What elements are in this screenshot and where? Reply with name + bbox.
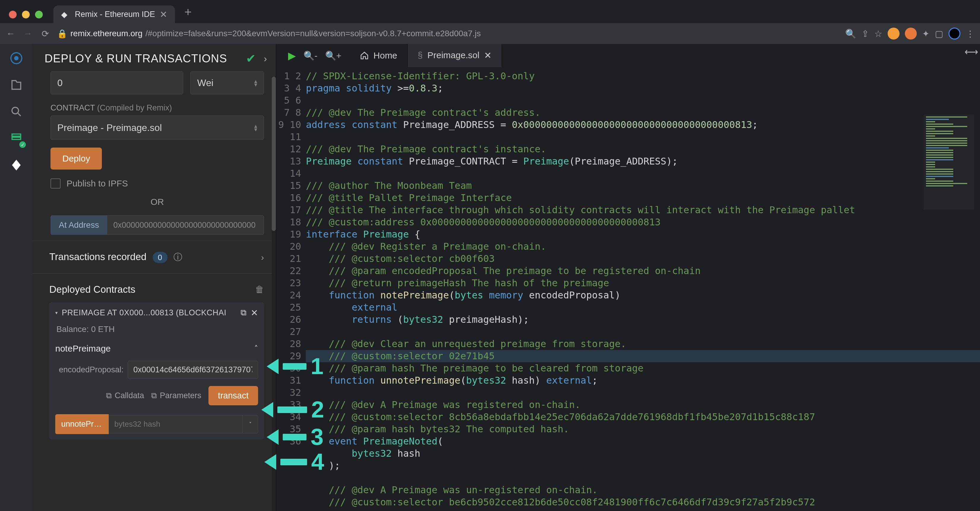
browser-tab[interactable]: ◆ Remix - Ethereum IDE ✕ [54, 5, 175, 23]
annotation-3: 3 [267, 423, 323, 451]
close-tab-icon[interactable]: ✕ [160, 9, 167, 20]
editor-pane: ▶ 🔍- 🔍+ Home § Preimage.sol ✕ 1 2 3 4 5 … [276, 44, 980, 511]
param-label: encodedProposal: [55, 365, 124, 374]
contract-name: PREIMAGE AT 0X000...00813 (BLOCKCHAI [62, 308, 236, 317]
caret-icon: ▴▾ [254, 79, 257, 86]
annotation-2: 2 [261, 396, 324, 423]
unnote-button[interactable]: unnotePrei... [55, 414, 109, 434]
unit-select[interactable]: Wei ▴▾ [190, 71, 264, 94]
tab-favicon-icon: ◆ [61, 10, 70, 19]
tab-home-label: Home [374, 51, 397, 60]
back-button[interactable]: ← [5, 29, 16, 38]
deployed-label: Deployed Contracts [49, 284, 135, 295]
chevron-up-icon[interactable]: ˄ [254, 344, 258, 353]
copy-icon[interactable]: ⧉ [240, 308, 247, 318]
unnote-input[interactable] [109, 415, 243, 433]
trash-icon[interactable]: 🗑 [255, 285, 264, 295]
minimize-window-icon[interactable] [22, 11, 30, 18]
annotation-4: 4 [264, 448, 324, 475]
zoom-in-icon[interactable]: 🔍+ [325, 51, 342, 61]
balance-label: Balance: 0 ETH [55, 318, 258, 336]
editor-tabbar: ▶ 🔍- 🔍+ Home § Preimage.sol ✕ [276, 44, 980, 67]
chevron-down-icon[interactable]: ˅ [243, 415, 258, 433]
scrollbar-thumb[interactable] [272, 76, 276, 231]
or-divider: OR [51, 197, 264, 207]
publish-checkbox[interactable] [51, 178, 60, 189]
bookmark-icon[interactable]: ☆ [874, 29, 882, 39]
at-address-input[interactable] [107, 215, 264, 235]
deploy-button[interactable]: Deploy [51, 148, 102, 170]
chevron-right-icon[interactable]: › [261, 252, 264, 263]
code-area[interactable]: // SPDX-License-Identifier: GPL-3.0-only… [306, 67, 980, 511]
tab-title: Remix - Ethereum IDE [75, 10, 155, 19]
publish-label: Publish to IPFS [67, 178, 128, 189]
search-icon[interactable] [8, 103, 25, 121]
remix-logo-icon[interactable] [8, 49, 25, 67]
caret-icon: ▴▾ [254, 124, 257, 131]
contract-card: ▾ PREIMAGE AT 0X000...00813 (BLOCKCHAI ⧉… [49, 302, 264, 439]
url-host: remix.ethereum.org [70, 29, 143, 38]
contract-hint: (Compiled by Remix) [97, 103, 172, 112]
menu-icon[interactable]: ⋮ [966, 29, 975, 39]
metamask-icon[interactable] [905, 28, 917, 40]
at-address-button[interactable]: At Address [51, 215, 107, 235]
calldata-button[interactable]: ⧉Calldata [106, 391, 144, 400]
play-icon[interactable]: ▶ [288, 49, 296, 62]
close-window-icon[interactable] [9, 11, 17, 18]
ext1-icon[interactable] [888, 28, 899, 40]
extensions-icon[interactable]: ✦ [922, 29, 929, 39]
check-icon: ✔ [246, 52, 256, 65]
browser-tab-strip: ◆ Remix - Ethereum IDE ✕ ＋ [0, 0, 980, 23]
unit-label: Wei [197, 78, 213, 89]
info-icon[interactable]: ⓘ [173, 252, 182, 262]
zoom-out-icon[interactable]: 🔍- [304, 51, 317, 61]
tab-file[interactable]: § Preimage.sol ✕ [408, 44, 502, 67]
activity-bar: ✓ [0, 44, 33, 511]
parameters-button[interactable]: ⧉Parameters [151, 391, 201, 400]
function-name: notePreimage [55, 344, 111, 353]
close-tab-icon[interactable]: ✕ [484, 50, 492, 60]
compiler-icon[interactable]: ✓ [8, 129, 25, 147]
transactions-section: Transactions recorded 0 ⓘ › [33, 241, 276, 274]
share-icon[interactable]: ⇪ [862, 29, 869, 39]
maximize-window-icon[interactable] [35, 11, 43, 18]
contract-select[interactable]: Preimage - Preimage.sol ▴▾ [51, 116, 264, 140]
panel-expand-icon[interactable]: › [264, 53, 267, 64]
chevron-down-icon[interactable]: ▾ [55, 310, 57, 316]
contract-label: CONTRACT [51, 103, 95, 112]
address-bar[interactable]: 🔒 remix.ethereum.org/#optimize=false&run… [57, 29, 838, 38]
tab-home[interactable]: Home [350, 44, 408, 67]
close-icon[interactable]: ✕ [251, 307, 258, 318]
deploy-icon[interactable] [8, 156, 25, 174]
panel-title: DEPLOY & RUN TRANSACTIONS [45, 52, 227, 65]
editor-toolbar: ▶ 🔍- 🔍+ [280, 44, 350, 67]
lock-icon: 🔒 [57, 29, 67, 38]
minimap[interactable] [924, 115, 974, 210]
copy-icon: ⧉ [106, 391, 112, 400]
value-input[interactable] [51, 71, 183, 94]
transact-button[interactable]: transact [208, 386, 258, 405]
svg-point-1 [14, 56, 19, 60]
deploy-panel: DEPLOY & RUN TRANSACTIONS ✔ › Wei ▴▾ CON… [33, 44, 276, 511]
new-tab-button[interactable]: ＋ [175, 3, 201, 23]
annotation-1: 1 [267, 353, 323, 380]
browser-actions: 🔍 ⇪ ☆ ✦ ▢ ⋮ [845, 28, 975, 40]
url-path: /#optimize=false&runs=200&evmVersion=nul… [145, 29, 481, 38]
param-input[interactable] [128, 361, 258, 379]
expand-icon[interactable]: ⟷ [964, 46, 978, 57]
deployed-section: Deployed Contracts 🗑 ▾ PREIMAGE AT 0X000… [33, 274, 276, 511]
zoom-icon[interactable]: 🔍 [845, 29, 856, 39]
file-explorer-icon[interactable] [8, 76, 25, 94]
profile-icon[interactable] [948, 28, 960, 40]
forward-button: → [22, 29, 33, 38]
window-controls [3, 11, 49, 23]
tab-file-label: Preimage.sol [427, 50, 479, 60]
tx-recorded-label: Transactions recorded [49, 251, 146, 262]
tx-count-badge: 0 [153, 252, 167, 263]
solidity-icon: § [418, 50, 423, 60]
reload-button[interactable]: ⟳ [40, 29, 51, 39]
contract-selected: Preimage - Preimage.sol [57, 123, 162, 133]
sidepanel-icon[interactable]: ▢ [935, 29, 943, 39]
copy-icon: ⧉ [151, 391, 157, 400]
svg-point-2 [12, 107, 18, 114]
